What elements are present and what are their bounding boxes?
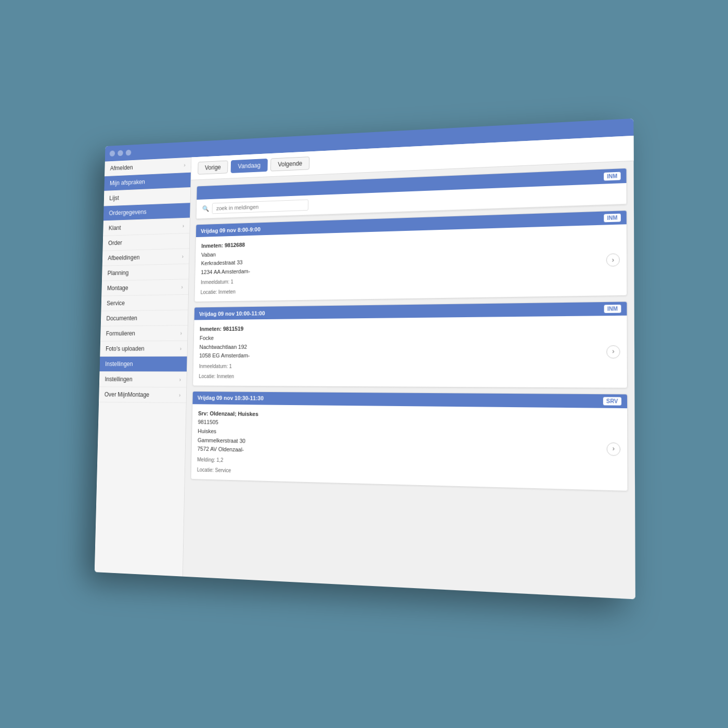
chevron-icon-11: › bbox=[180, 330, 182, 336]
chevron-icon-15: › bbox=[179, 392, 180, 398]
sidebar-label-6: Afbeeldingen bbox=[108, 254, 139, 262]
sidebar-item-13[interactable]: Instellingen bbox=[100, 357, 187, 372]
app-body: Afmelden›Mijn afsprakenLijstOrdergegeven… bbox=[95, 136, 635, 599]
card-arrow-1[interactable]: › bbox=[606, 345, 620, 358]
chevron-icon-6: › bbox=[182, 254, 184, 259]
sidebar-label-12: Foto's uploaden bbox=[106, 345, 145, 353]
sidebar-label-2: Lijst bbox=[109, 194, 119, 202]
sidebar-label-1: Mijn afspraken bbox=[110, 178, 145, 187]
appointment-card-2: Vrijdag 09 nov 10:30-11:30SRVSrv: Oldenz… bbox=[191, 391, 628, 491]
sidebar-item-14[interactable]: Instellingen› bbox=[99, 372, 187, 387]
sidebar-item-10[interactable]: Documenten bbox=[101, 310, 188, 326]
chevron-icon-0: › bbox=[184, 162, 185, 167]
sidebar-item-7[interactable]: Planning bbox=[102, 264, 189, 281]
chevron-icon-4: › bbox=[183, 223, 184, 229]
sidebar-item-5[interactable]: Order bbox=[102, 233, 189, 251]
appointment-card-1: Vrijdag 09 nov 10:00-11:00INMInmeten: 98… bbox=[192, 302, 628, 388]
card-body-2: Srv: Oldenzaal; Huiskes9811505HuiskesGam… bbox=[191, 404, 627, 491]
chevron-icon-14: › bbox=[179, 376, 181, 382]
card-arrow-2[interactable]: › bbox=[607, 442, 620, 456]
sidebar-item-8[interactable]: Montage› bbox=[101, 279, 188, 296]
card-city-1: 1058 EG Amsterdam- bbox=[199, 350, 606, 360]
main-content: VorigeVandaagVolgende INM 🔍 Vrijd bbox=[183, 136, 635, 599]
maximize-btn[interactable] bbox=[126, 150, 132, 156]
main-scroll: INM 🔍 Vrijdag 09 nov 8:00-9:00INMInmeten… bbox=[183, 161, 635, 600]
appointment-card-0: Vrijdag 09 nov 8:00-9:00INMInmeten: 9812… bbox=[194, 210, 627, 302]
sidebar-label-3: Ordergegevens bbox=[109, 209, 146, 217]
card-time-2: Vrijdag 09 nov 10:30-11:30 bbox=[198, 395, 264, 401]
sidebar-label-8: Montage bbox=[107, 284, 128, 292]
card-badge-0: INM bbox=[604, 214, 621, 223]
card-arrow-0[interactable]: › bbox=[606, 253, 620, 267]
nav-btn-vorige[interactable]: Vorige bbox=[198, 161, 228, 175]
card-address-1: Nachtwachtlaan 192 bbox=[199, 341, 606, 352]
sidebar-item-6[interactable]: Afbeeldingen› bbox=[102, 249, 189, 266]
sidebar-label-11: Formulieren bbox=[106, 330, 135, 337]
sidebar-label-4: Klant bbox=[109, 225, 121, 232]
chevron-icon-12: › bbox=[180, 346, 181, 352]
minimize-btn[interactable] bbox=[118, 150, 123, 157]
search-icon: 🔍 bbox=[202, 205, 210, 212]
sidebar-item-12[interactable]: Foto's uploaden› bbox=[100, 341, 187, 357]
sidebar-label-13: Instellingen bbox=[105, 360, 133, 367]
sidebar-label-10: Documenten bbox=[106, 315, 137, 322]
chevron-icon-8: › bbox=[181, 284, 183, 290]
card-badge-2: SRV bbox=[603, 397, 621, 405]
card-info-1: Inmeten: 9811519FockeNachtwachtlaan 1921… bbox=[199, 321, 606, 382]
sidebar: Afmelden›Mijn afsprakenLijstOrdergegeven… bbox=[95, 157, 192, 576]
card-time-1: Vrijdag 09 nov 10:00-11:00 bbox=[199, 310, 265, 317]
card-detail2-1: Locatie: Inmeten bbox=[199, 372, 606, 382]
card-body-1: Inmeten: 9811519FockeNachtwachtlaan 1921… bbox=[193, 316, 627, 387]
sidebar-label-9: Service bbox=[107, 300, 125, 307]
card-info-0: Inmeten: 9812688VabanKerkradestraat 3312… bbox=[200, 230, 606, 297]
card-time-0: Vrijdag 09 nov 8:00-9:00 bbox=[201, 226, 261, 234]
card-detail1-1: Inmeeldatum: 1 bbox=[199, 362, 607, 371]
sidebar-label-14: Instellingen bbox=[105, 376, 133, 383]
nav-btn-vandaag[interactable]: Vandaag bbox=[231, 159, 268, 173]
card-info-2: Srv: Oldenzaal; Huiskes9811505HuiskesGam… bbox=[197, 409, 607, 485]
search-input[interactable] bbox=[212, 199, 309, 214]
card-body-0: Inmeten: 9812688VabanKerkradestraat 3312… bbox=[194, 224, 627, 302]
card-badge-1: INM bbox=[604, 305, 621, 313]
sidebar-item-11[interactable]: Formulieren› bbox=[100, 326, 188, 342]
notifications-badge: INM bbox=[604, 172, 621, 181]
app-window: Afmelden›Mijn afsprakenLijstOrdergegeven… bbox=[95, 119, 635, 600]
sidebar-item-9[interactable]: Service bbox=[101, 295, 188, 311]
sidebar-label-7: Planning bbox=[108, 269, 129, 277]
sidebar-item-15[interactable]: Over MijnMontage› bbox=[99, 387, 186, 403]
sidebar-label-0: Afmelden bbox=[110, 164, 133, 172]
close-btn[interactable] bbox=[110, 150, 115, 157]
nav-btn-volgende[interactable]: Volgende bbox=[270, 157, 309, 172]
sidebar-label-15: Over MijnMontage bbox=[105, 391, 150, 398]
sidebar-label-5: Order bbox=[108, 239, 122, 246]
